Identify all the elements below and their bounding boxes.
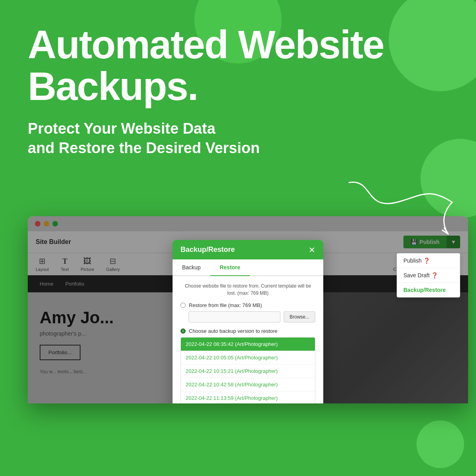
radio-auto-label: Choose auto backup version to restore: [189, 328, 277, 334]
radio-file[interactable]: [180, 303, 186, 308]
radio-file-label: Restore from file (max: 769 MB): [189, 302, 262, 308]
main-title: Automated Website Backups.: [28, 24, 448, 107]
backup-item-1[interactable]: 2022-04-22 10:05:05 (Art/Photographer): [181, 351, 315, 365]
modal-body: Choose website file to restore from. Cur…: [173, 276, 323, 403]
tab-restore[interactable]: Restore: [210, 259, 250, 276]
backup-item-2[interactable]: 2022-04-22 10:15:21 (Art/Photographer): [181, 365, 315, 378]
modal-title: Backup/Restore: [180, 246, 235, 254]
decorative-arrow: [341, 171, 460, 250]
modal-description: Choose website file to restore from. Cur…: [180, 282, 315, 297]
modal-close-button[interactable]: ✕: [309, 246, 315, 254]
radio-row-file: Restore from file (max: 769 MB): [180, 302, 315, 308]
backup-item-0[interactable]: 2022-04-22 08:35:42 (Art/Photographer): [181, 338, 315, 351]
dropdown-publish[interactable]: Publish ❓: [397, 253, 460, 268]
radio-auto[interactable]: [180, 328, 186, 334]
file-input-row: Browse...: [188, 311, 315, 322]
backup-versions-list: 2022-04-22 08:35:42 (Art/Photographer) 2…: [180, 337, 315, 403]
publish-dropdown: Publish ❓ Save Draft ❓ Backup/Restore: [397, 253, 460, 298]
browse-button[interactable]: Browse...: [284, 311, 315, 322]
subtitle: Protect Your Website Data and Restore th…: [28, 119, 448, 158]
tab-backup[interactable]: Backup: [173, 259, 210, 276]
backup-restore-modal: Backup/Restore ✕ Backup Restore Choose w…: [173, 240, 323, 403]
hero-section: Automated Website Backups. Protect Your …: [0, 0, 476, 158]
dropdown-save-draft[interactable]: Save Draft ❓: [397, 268, 460, 283]
backup-item-4[interactable]: 2022-04-22 11:13:59 (Art/Photographer): [181, 392, 315, 403]
dropdown-backup-restore[interactable]: Backup/Restore: [397, 283, 460, 297]
file-path-input[interactable]: [188, 311, 280, 322]
modal-header: Backup/Restore ✕: [173, 240, 323, 259]
modal-tabs: Backup Restore: [173, 259, 323, 276]
backup-item-3[interactable]: 2022-04-22 10:42:58 (Art/Photographer): [181, 378, 315, 392]
decoration-circle-bottom: [416, 420, 464, 468]
radio-row-auto: Choose auto backup version to restore: [180, 328, 315, 334]
